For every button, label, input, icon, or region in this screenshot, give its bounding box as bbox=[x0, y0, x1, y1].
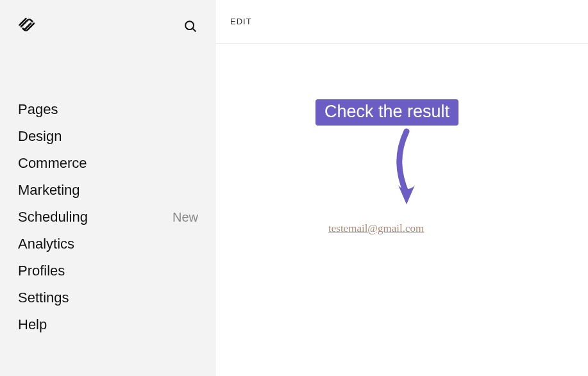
sidebar-item-label: Scheduling bbox=[18, 209, 88, 225]
nav-list: Pages Design Commerce Marketing Scheduli… bbox=[0, 96, 216, 338]
sidebar-item-marketing[interactable]: Marketing bbox=[18, 177, 198, 204]
edit-button[interactable]: EDIT bbox=[230, 17, 252, 26]
main-panel: EDIT Check the result testemail@gmail.co… bbox=[216, 0, 588, 376]
sidebar-item-pages[interactable]: Pages bbox=[18, 96, 198, 123]
sidebar-item-label: Commerce bbox=[18, 155, 87, 172]
search-icon[interactable] bbox=[183, 19, 198, 34]
squarespace-logo-icon[interactable] bbox=[18, 15, 37, 37]
sidebar: Pages Design Commerce Marketing Scheduli… bbox=[0, 0, 216, 376]
sidebar-item-label: Help bbox=[18, 316, 47, 333]
sidebar-item-commerce[interactable]: Commerce bbox=[18, 150, 198, 177]
sidebar-item-label: Analytics bbox=[18, 236, 74, 252]
sidebar-item-label: Design bbox=[18, 128, 62, 145]
new-badge: New bbox=[172, 210, 198, 225]
topbar: EDIT bbox=[216, 0, 588, 44]
sidebar-item-label: Marketing bbox=[18, 182, 80, 199]
sidebar-header bbox=[0, 0, 216, 37]
sidebar-item-label: Pages bbox=[18, 101, 58, 118]
sidebar-item-label: Profiles bbox=[18, 263, 65, 279]
annotation-callout: Check the result bbox=[315, 99, 458, 126]
sidebar-item-profiles[interactable]: Profiles bbox=[18, 257, 198, 284]
sidebar-item-design[interactable]: Design bbox=[18, 123, 198, 150]
sidebar-item-label: Settings bbox=[18, 290, 69, 306]
content-area: Check the result testemail@gmail.com bbox=[216, 44, 588, 376]
svg-line-1 bbox=[192, 28, 196, 31]
sidebar-item-settings[interactable]: Settings bbox=[18, 284, 198, 311]
sidebar-item-help[interactable]: Help bbox=[18, 311, 198, 338]
annotation-arrow-icon bbox=[391, 126, 423, 209]
email-link[interactable]: testemail@gmail.com bbox=[328, 222, 424, 235]
sidebar-item-analytics[interactable]: Analytics bbox=[18, 231, 198, 257]
sidebar-item-scheduling[interactable]: Scheduling New bbox=[18, 204, 198, 231]
